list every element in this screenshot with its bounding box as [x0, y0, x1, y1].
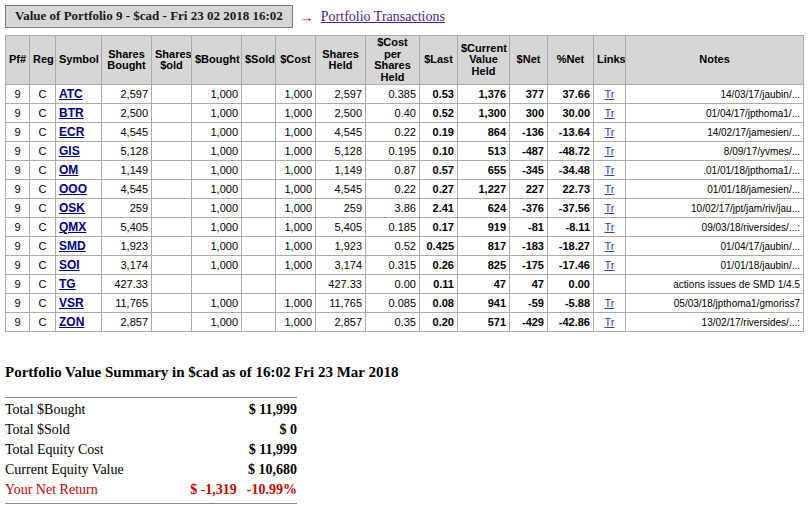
- symbol-link[interactable]: ATC: [59, 87, 83, 101]
- cell-shares-bought: 5,405: [102, 218, 152, 237]
- transaction-link[interactable]: Tr: [605, 164, 615, 176]
- portfolio-table: Pf#RegSymbolShares BoughtShares $old$Bou…: [5, 35, 804, 332]
- transaction-link[interactable]: Tr: [605, 240, 615, 252]
- symbol-link[interactable]: OSK: [59, 201, 85, 215]
- cell-net: -345: [510, 161, 548, 180]
- cell-current-value: 1,376: [458, 85, 510, 104]
- symbol-link[interactable]: ECR: [59, 125, 84, 139]
- cell-dollar-sold: [242, 256, 276, 275]
- portfolio-transactions-link[interactable]: Portfolio Transactions: [321, 9, 445, 25]
- table-row: 9CBTR2,5001,0001,0002,5000.400.521,30030…: [6, 104, 804, 123]
- symbol-link[interactable]: QMX: [59, 220, 86, 234]
- cell-pct-net: -5.88: [548, 294, 594, 313]
- cell-links: Tr: [594, 256, 626, 275]
- col-header-dollar-cost: $Cost: [276, 36, 316, 85]
- cell-dollar-bought: 1,000: [192, 142, 242, 161]
- cell-current-value: 864: [458, 123, 510, 142]
- cell-pct-net: -13.64: [548, 123, 594, 142]
- cell-links: Tr: [594, 218, 626, 237]
- transaction-link[interactable]: Tr: [605, 221, 615, 233]
- summary-value: $ 11,999: [173, 400, 297, 420]
- cell-current-value: 47: [458, 275, 510, 294]
- symbol-link[interactable]: OOO: [59, 182, 87, 196]
- cell-current-value: 919: [458, 218, 510, 237]
- cell-dollar-bought: 1,000: [192, 85, 242, 104]
- cell-last: 0.53: [420, 85, 458, 104]
- cell-last: 2.41: [420, 199, 458, 218]
- col-header-symbol: Symbol: [56, 36, 102, 85]
- symbol-link[interactable]: OM: [59, 163, 78, 177]
- cell-reg: C: [30, 218, 56, 237]
- transaction-link[interactable]: Tr: [605, 316, 615, 328]
- cell-links: Tr: [594, 123, 626, 142]
- table-row: 9CSMD1,9231,0001,0001,9230.520.425817-18…: [6, 237, 804, 256]
- cell-dollar-cost: 1,000: [276, 123, 316, 142]
- cell-shares-bought: 1,149: [102, 161, 152, 180]
- cell-shares-held: 4,545: [316, 123, 366, 142]
- cell-shares-held: 2,500: [316, 104, 366, 123]
- symbol-link[interactable]: BTR: [59, 106, 84, 120]
- cell-symbol: ATC: [56, 85, 102, 104]
- cell-reg: C: [30, 104, 56, 123]
- cell-reg: C: [30, 123, 56, 142]
- cell-dollar-sold: [242, 161, 276, 180]
- cell-last: 0.17: [420, 218, 458, 237]
- summary-label: Your Net Return: [5, 480, 173, 500]
- cell-pct-net: -42.86: [548, 313, 594, 332]
- cell-reg: C: [30, 199, 56, 218]
- cell-pf: 9: [6, 218, 30, 237]
- symbol-link[interactable]: SMD: [59, 239, 86, 253]
- cell-shares-bought: 3,174: [102, 256, 152, 275]
- cell-shares-bought: 2,597: [102, 85, 152, 104]
- summary-row: Current Equity Value$ 10,680: [5, 460, 297, 480]
- symbol-link[interactable]: VSR: [59, 296, 84, 310]
- cell-notes: actions issues de SMD 1/4.5: [626, 275, 804, 294]
- transaction-link[interactable]: Tr: [605, 107, 615, 119]
- cell-dollar-cost: 1,000: [276, 237, 316, 256]
- summary-amount: $ -1,319: [190, 482, 237, 497]
- cell-pf: 9: [6, 199, 30, 218]
- transaction-link[interactable]: Tr: [605, 145, 615, 157]
- cell-current-value: 655: [458, 161, 510, 180]
- cell-last: 0.08: [420, 294, 458, 313]
- cell-net: -175: [510, 256, 548, 275]
- table-row: 9COOO4,5451,0001,0004,5450.220.271,22722…: [6, 180, 804, 199]
- cell-notes: 01/01/18/jaubin/...: [626, 256, 804, 275]
- cell-shares-held: 427.33: [316, 275, 366, 294]
- cell-cost-per-share: 0.085: [366, 294, 420, 313]
- cell-dollar-sold: [242, 104, 276, 123]
- cell-shares-sold: [152, 275, 192, 294]
- cell-dollar-cost: 1,000: [276, 256, 316, 275]
- summary-row: Total $Bought$ 11,999: [5, 400, 297, 420]
- cell-notes: 01/04/17/jpthoma1/...: [626, 104, 804, 123]
- summary-value: $ 11,999: [173, 440, 297, 460]
- cell-notes: 09/03/18/riversides/...:: [626, 218, 804, 237]
- cell-pct-net: -18.27: [548, 237, 594, 256]
- cell-pct-net: 30.00: [548, 104, 594, 123]
- symbol-link[interactable]: ZON: [59, 315, 84, 329]
- col-header-links: Links: [594, 36, 626, 85]
- cell-notes: 01/01/18/jamesien/...: [626, 180, 804, 199]
- cell-reg: C: [30, 180, 56, 199]
- transaction-link[interactable]: Tr: [605, 297, 615, 309]
- cell-pct-net: -17.46: [548, 256, 594, 275]
- cell-symbol: TG: [56, 275, 102, 294]
- cell-shares-sold: [152, 85, 192, 104]
- summary-amount: $ 0: [280, 422, 298, 437]
- symbol-link[interactable]: SOI: [59, 258, 80, 272]
- transaction-link[interactable]: Tr: [605, 259, 615, 271]
- transaction-link[interactable]: Tr: [605, 126, 615, 138]
- summary-label: Total Equity Cost: [5, 440, 173, 460]
- cell-symbol: SOI: [56, 256, 102, 275]
- cell-cost-per-share: 0.385: [366, 85, 420, 104]
- transaction-link[interactable]: Tr: [605, 88, 615, 100]
- table-row: 9CATC2,5971,0001,0002,5970.3850.531,3763…: [6, 85, 804, 104]
- col-header-cost-per-share: $Cost per Shares Held: [366, 36, 420, 85]
- transaction-link[interactable]: Tr: [605, 183, 615, 195]
- cell-shares-bought: 427.33: [102, 275, 152, 294]
- symbol-link[interactable]: GIS: [59, 144, 80, 158]
- transaction-link[interactable]: Tr: [605, 202, 615, 214]
- cell-shares-sold: [152, 104, 192, 123]
- symbol-link[interactable]: TG: [59, 277, 76, 291]
- cell-net: -376: [510, 199, 548, 218]
